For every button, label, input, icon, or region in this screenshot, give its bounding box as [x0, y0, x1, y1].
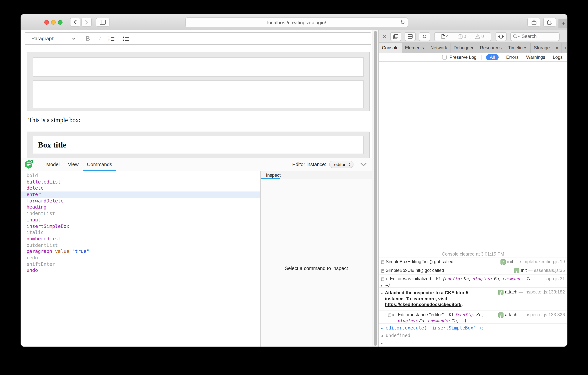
- command-item[interactable]: bulletedList: [21, 179, 260, 185]
- tab-elements[interactable]: Elements: [402, 43, 427, 53]
- scrollbar-thumb[interactable]: [374, 31, 377, 346]
- disclosure-triangle-icon[interactable]: ▶: [392, 313, 395, 317]
- reload-icon[interactable]: ↻: [400, 19, 405, 26]
- chevron-right-icon: [85, 20, 88, 25]
- message-source[interactable]: app.js:31: [546, 276, 565, 281]
- dock-side-button[interactable]: [405, 32, 416, 41]
- ckeditor-docs-link[interactable]: https://ckeditor.com/docs/ckeditor5: [385, 302, 462, 307]
- inspector-search-field[interactable]: [510, 32, 560, 41]
- object-key: {config:: [442, 276, 462, 281]
- minimize-window-button[interactable]: [51, 20, 56, 25]
- inspect-placeholder-text: Select a command to inspect: [261, 265, 372, 271]
- tab-timelines[interactable]: Timelines: [505, 43, 531, 53]
- web-inspector-tabs: Console Elements Network Debugger Resour…: [379, 43, 567, 53]
- console-message[interactable]: SimpleBoxEditing#init() got called finit…: [379, 257, 567, 266]
- collapse-inspector-button[interactable]: [360, 163, 367, 166]
- tab-storage[interactable]: Storage: [531, 43, 553, 53]
- command-item[interactable]: delete: [21, 185, 260, 191]
- tab-network[interactable]: Network: [427, 43, 451, 53]
- tab-debugger[interactable]: Debugger: [451, 43, 477, 53]
- address-bar-input[interactable]: [186, 18, 408, 27]
- editor-paragraph[interactable]: This is a simple box:: [28, 116, 81, 124]
- tab-commands[interactable]: Commands: [83, 158, 116, 171]
- close-inspector-button[interactable]: ✕: [383, 33, 387, 39]
- source-location[interactable]: inspector.js:133:326: [525, 312, 565, 317]
- inspector-header-right: Editor instance: editor ▲▼: [292, 161, 367, 168]
- close-window-button[interactable]: [44, 20, 49, 25]
- command-item[interactable]: bold: [21, 173, 260, 179]
- filter-errors-button[interactable]: Errors: [506, 55, 518, 60]
- filter-all-button[interactable]: All: [486, 54, 499, 60]
- simple-box-title-field[interactable]: [33, 57, 364, 77]
- tab-overflow-button[interactable]: »: [553, 43, 561, 53]
- disclosure-triangle-icon[interactable]: ▶: [386, 277, 388, 281]
- resource-badges[interactable]: 4 0 0: [434, 32, 491, 41]
- console-message[interactable]: ▶Editor was initialized – Kl {config: Kn…: [379, 274, 567, 287]
- numbered-list-button[interactable]: 12: [109, 36, 115, 41]
- share-button[interactable]: [527, 18, 540, 27]
- source-location[interactable]: essentials.js:35: [534, 268, 565, 273]
- command-item[interactable]: input: [21, 217, 260, 223]
- chevron-down-icon[interactable]: [72, 37, 76, 40]
- command-item[interactable]: outdentList: [21, 242, 260, 248]
- command-item[interactable]: heading: [21, 204, 260, 210]
- command-name: paragraph: [27, 249, 52, 254]
- console-message[interactable]: SimpleBoxUI#init() got called finit — es…: [379, 266, 567, 274]
- filter-logs-button[interactable]: Logs: [553, 55, 563, 60]
- filter-warnings-button[interactable]: Warnings: [526, 55, 545, 60]
- message-source[interactable]: fattach — inspector.js:133:326: [498, 312, 565, 318]
- address-bar[interactable]: ↻: [185, 17, 408, 27]
- command-item[interactable]: shiftEnter: [21, 261, 260, 267]
- console-message[interactable]: ▼ Attached the inspector to a CKEditor 5…: [379, 287, 567, 310]
- sidebar-toggle-button[interactable]: [96, 18, 109, 27]
- add-tab-button[interactable]: +: [561, 43, 567, 53]
- forward-button[interactable]: [82, 18, 92, 27]
- source-location[interactable]: inspector.js:133:182: [525, 289, 565, 295]
- message-source[interactable]: fattach — inspector.js:133:182: [498, 289, 565, 295]
- command-item[interactable]: undo: [21, 267, 260, 274]
- preserve-log-label[interactable]: Preserve Log: [450, 55, 477, 60]
- source-location[interactable]: simpleboxediting.js:19: [520, 259, 565, 264]
- zoom-window-button[interactable]: [58, 20, 63, 25]
- editor-instance-select[interactable]: editor ▲▼: [329, 161, 354, 168]
- console-message-nested[interactable]: ▶ Editor instance "editor" – Kl {config:…: [379, 310, 567, 323]
- tab-view[interactable]: View: [64, 158, 83, 171]
- italic-button[interactable]: I: [99, 35, 101, 42]
- crosshair-icon: [498, 33, 504, 39]
- paragraph-style-dropdown[interactable]: Paragraph: [32, 36, 54, 41]
- simple-box-widget[interactable]: [27, 52, 370, 111]
- tab-console[interactable]: Console: [379, 43, 402, 53]
- command-item[interactable]: redo: [21, 255, 260, 261]
- command-item[interactable]: numberedList: [21, 236, 260, 242]
- simple-box-description-field[interactable]: [33, 80, 364, 108]
- tab-overview-button[interactable]: [543, 18, 556, 27]
- bold-button[interactable]: B: [85, 35, 90, 42]
- console-result[interactable]: ◂ undefined: [379, 331, 567, 339]
- preserve-log-checkbox[interactable]: [442, 55, 447, 60]
- tab-resources[interactable]: Resources: [477, 43, 505, 53]
- command-item[interactable]: forwardDelete: [21, 198, 260, 204]
- detach-inspector-button[interactable]: [390, 32, 401, 41]
- inspector-reload-button[interactable]: ↻: [419, 32, 430, 41]
- source-location[interactable]: app.js:31: [546, 276, 565, 281]
- message-source[interactable]: finit — essentials.js:35: [514, 268, 565, 273]
- command-item-selected[interactable]: enter: [21, 191, 260, 198]
- command-item[interactable]: insertSimpleBox: [21, 223, 260, 229]
- message-source[interactable]: finit — simpleboxediting.js:19: [501, 259, 565, 265]
- command-item[interactable]: paragraph value="true": [21, 249, 260, 255]
- back-button[interactable]: [70, 18, 80, 27]
- element-picker-button[interactable]: [495, 32, 506, 41]
- tab-model[interactable]: Model: [42, 158, 64, 171]
- bulleted-list-button[interactable]: [123, 36, 130, 41]
- new-tab-button[interactable]: +: [558, 19, 567, 28]
- console-input-echo[interactable]: ▸ editor.execute( 'insertSimpleBox' );: [379, 323, 567, 331]
- command-item[interactable]: indentList: [21, 210, 260, 217]
- warning-count: 0: [481, 34, 484, 39]
- command-item[interactable]: italic: [21, 229, 260, 236]
- simple-box-title-field-2[interactable]: Box title: [33, 136, 364, 154]
- search-input[interactable]: [522, 34, 552, 39]
- page-count-badge: 4: [441, 34, 449, 39]
- console-prompt[interactable]: ▸: [379, 339, 567, 347]
- disclosure-triangle-expanded-icon[interactable]: ▼: [380, 291, 383, 297]
- box-title-text[interactable]: Box title: [33, 136, 363, 154]
